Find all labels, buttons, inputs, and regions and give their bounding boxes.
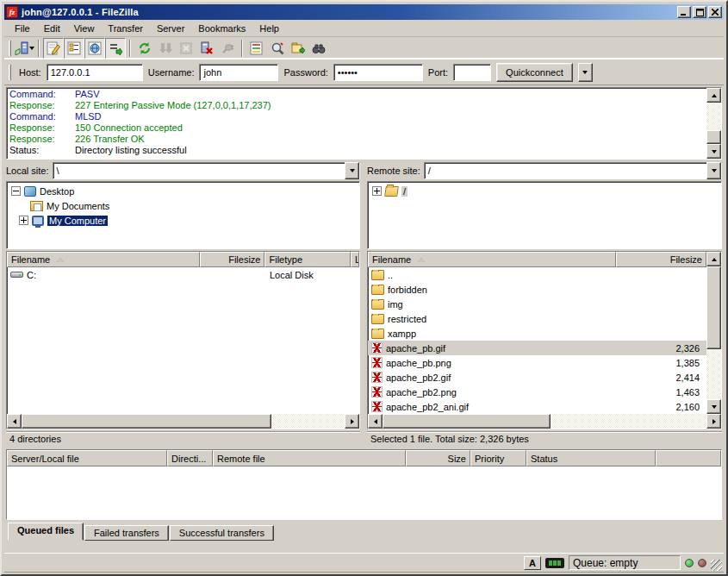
toggle-remote-tree-button[interactable] <box>84 38 105 59</box>
remote-directory-tree: / <box>367 181 722 249</box>
scroll-right-button[interactable] <box>345 414 359 429</box>
site-manager-dropdown-icon[interactable] <box>29 47 34 50</box>
message-log: Command:PASV Response:227 Entering Passi… <box>6 87 722 160</box>
filter-button[interactable] <box>246 38 267 59</box>
disconnect-button[interactable] <box>196 38 217 59</box>
local-site-dropdown-button[interactable] <box>345 162 359 179</box>
refresh-button[interactable] <box>134 38 155 59</box>
column-header-server-local-file[interactable]: Server/Local file <box>7 450 167 466</box>
menu-transfer[interactable]: Transfer <box>101 21 150 36</box>
remote-row[interactable]: forbidden <box>368 282 706 297</box>
tree-item-label: Desktop <box>40 186 74 197</box>
menu-file[interactable]: File <box>8 21 37 36</box>
tree-item-root[interactable]: / <box>369 184 720 198</box>
status-bar: A Queue: empty <box>4 553 724 572</box>
username-input[interactable] <box>199 64 278 81</box>
speed-limits-icon[interactable] <box>545 558 564 568</box>
remote-vertical-scrollbar[interactable] <box>706 252 721 414</box>
tree-item-my-computer[interactable]: My Computer <box>8 213 358 228</box>
toggle-transfer-queue-button[interactable] <box>105 38 126 59</box>
cancel-operation-button[interactable] <box>176 38 196 59</box>
scroll-down-button[interactable] <box>706 399 721 414</box>
column-header-size[interactable]: Size <box>406 450 470 466</box>
tree-item-my-documents[interactable]: My Documents <box>8 198 358 213</box>
cancel-icon <box>179 41 193 55</box>
column-header-direction[interactable]: Directi... <box>167 450 213 466</box>
log-text: 227 Entering Passive Mode (127,0,0,1,17,… <box>75 100 271 111</box>
password-input[interactable] <box>333 64 423 81</box>
menu-server[interactable]: Server <box>150 21 191 36</box>
column-header-filetype[interactable]: Filetype <box>264 252 351 267</box>
site-manager-button[interactable] <box>14 38 34 59</box>
remote-horizontal-scrollbar[interactable] <box>368 414 721 429</box>
quickbar-gripper[interactable] <box>9 65 11 80</box>
toolbar-gripper[interactable] <box>9 41 11 56</box>
quickconnect-button[interactable]: Quickconnect <box>496 63 573 82</box>
expand-icon[interactable] <box>19 216 28 225</box>
scroll-up-button[interactable] <box>706 252 721 266</box>
directory-comparison-button[interactable] <box>288 38 308 59</box>
remote-site-value: / <box>425 166 706 176</box>
column-header-status[interactable]: Status <box>526 450 656 466</box>
local-row-c-drive[interactable]: C: Local Disk <box>7 267 359 282</box>
minimize-button[interactable] <box>677 6 691 18</box>
column-header-remote-file[interactable]: Remote file <box>213 450 406 466</box>
collapse-icon[interactable] <box>11 186 21 196</box>
scrollbar-thumb[interactable] <box>706 130 721 144</box>
toggle-local-tree-button[interactable] <box>64 38 84 59</box>
remote-row[interactable]: apache_pb2.gif2,414 <box>368 370 706 385</box>
remote-row[interactable]: apache_pb2_ani.gif2,160 <box>368 399 706 414</box>
tab-failed-transfers[interactable]: Failed transfers <box>84 525 169 541</box>
host-input[interactable] <box>47 64 143 81</box>
scrollbar-thumb[interactable] <box>22 414 271 429</box>
synchronized-browsing-button[interactable] <box>308 38 329 59</box>
expand-icon[interactable] <box>372 186 382 196</box>
remote-site-combobox[interactable]: / <box>424 162 722 179</box>
scroll-left-button[interactable] <box>7 414 22 429</box>
remote-row-selected[interactable]: apache_pb.gif2,326 <box>368 341 706 355</box>
file-search-button[interactable] <box>267 38 288 59</box>
column-header-filesize[interactable]: Filesize <box>200 252 265 267</box>
scroll-right-button[interactable] <box>706 414 721 429</box>
toggle-message-log-button[interactable] <box>43 38 64 59</box>
remote-row[interactable]: apache_pb2.png1,463 <box>368 385 706 399</box>
remote-row[interactable]: apache_pb.png1,385 <box>368 355 706 370</box>
column-header-last-modified[interactable]: L <box>351 252 359 267</box>
scroll-down-button[interactable] <box>706 144 721 159</box>
close-button[interactable] <box>708 6 722 18</box>
process-queue-button[interactable] <box>155 38 176 59</box>
menu-bookmarks[interactable]: Bookmarks <box>191 21 252 36</box>
scroll-up-button[interactable] <box>706 88 721 103</box>
menu-view[interactable]: View <box>67 21 102 36</box>
remote-row[interactable]: img <box>368 297 706 311</box>
queue-body[interactable] <box>7 466 721 519</box>
scrollbar-thumb[interactable] <box>706 266 721 349</box>
remote-row[interactable]: .. <box>368 267 706 282</box>
local-site-combobox[interactable]: \ <box>53 162 360 179</box>
tab-successful-transfers[interactable]: Successful transfers <box>170 525 274 541</box>
reconnect-button[interactable] <box>217 38 238 59</box>
remote-site-dropdown-button[interactable] <box>706 162 721 179</box>
tree-item-desktop[interactable]: Desktop <box>8 184 358 198</box>
remote-row[interactable]: restricted <box>368 311 706 326</box>
local-horizontal-scrollbar[interactable] <box>7 414 359 429</box>
scroll-left-button[interactable] <box>368 414 383 429</box>
menu-edit[interactable]: Edit <box>37 21 67 36</box>
column-header-filename[interactable]: Filename <box>368 252 616 267</box>
log-vertical-scrollbar[interactable] <box>706 88 721 159</box>
column-header-priority[interactable]: Priority <box>470 450 526 466</box>
toolbar <box>4 37 724 59</box>
tab-queued-files[interactable]: Queued files <box>8 523 84 541</box>
titlebar[interactable]: fz john@127.0.0.1 - FileZilla <box>4 4 724 20</box>
data-type-indicator-icon[interactable]: A <box>524 556 541 570</box>
maximize-button[interactable] <box>693 6 706 18</box>
column-header-filesize[interactable]: Filesize <box>616 252 706 267</box>
quickconnect-dropdown-button[interactable] <box>578 63 593 82</box>
scrollbar-thumb[interactable] <box>383 414 551 429</box>
column-header-filename[interactable]: Filename <box>7 252 200 267</box>
menu-help[interactable]: Help <box>252 21 286 36</box>
resize-grip[interactable] <box>711 560 722 571</box>
port-input[interactable] <box>453 64 491 81</box>
remote-row[interactable]: xampp <box>368 326 706 341</box>
local-site-value: \ <box>53 166 345 176</box>
